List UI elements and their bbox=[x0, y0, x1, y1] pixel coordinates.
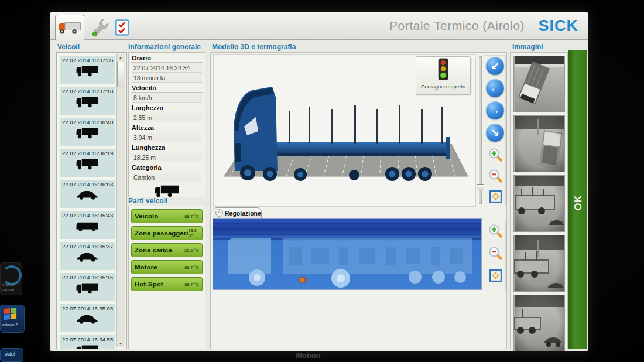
thermal-image[interactable] bbox=[213, 218, 482, 290]
zoom-out-icon[interactable] bbox=[488, 168, 503, 183]
vehicle-photo-thumbnail[interactable] bbox=[513, 235, 565, 292]
car-icon bbox=[76, 251, 99, 263]
field-value: 2.55 m bbox=[132, 113, 202, 122]
windows-flag-icon bbox=[4, 308, 17, 320]
thermal-zoom-out-icon[interactable] bbox=[488, 245, 503, 261]
status-badge: OK bbox=[573, 195, 584, 210]
part-temperature: 88.7 °C bbox=[184, 265, 199, 270]
fit-view-icon[interactable] bbox=[488, 189, 503, 204]
slider-knob[interactable] bbox=[477, 184, 484, 190]
tab-vehicles[interactable] bbox=[55, 15, 84, 40]
timestamp: 22.07.2014 16:36:19 bbox=[62, 150, 112, 156]
field-value: 8 km/h bbox=[132, 93, 202, 103]
toolbar: Portale Termico (Airolo) SICK bbox=[50, 12, 588, 40]
camera-photo bbox=[514, 56, 564, 112]
modello-heading: Modello 3D e termografia bbox=[212, 43, 296, 51]
scroll-up-icon[interactable]: ▲ bbox=[117, 56, 125, 59]
part-button-zona-carica[interactable]: Zona carica 26.6 °C bbox=[131, 243, 203, 257]
field-label: Categoria bbox=[131, 163, 203, 172]
part-label: Zona carica bbox=[135, 247, 172, 254]
field-label: Velocità bbox=[131, 84, 203, 93]
part-button-motore[interactable]: Motore 88.7 °C bbox=[131, 260, 203, 274]
field-value: 18.25 m bbox=[132, 153, 202, 162]
arrow-down-left-icon: ↙ bbox=[491, 60, 499, 72]
intel-sticker-text: intel bbox=[5, 351, 15, 357]
3d-zoom-slider[interactable] bbox=[477, 56, 482, 203]
traffic-light-icon bbox=[436, 58, 451, 83]
contagocce-label: Contagocce aperto bbox=[416, 84, 470, 90]
camera-photo bbox=[514, 176, 564, 231]
arrow-down-right-icon: ↘ bbox=[491, 127, 499, 139]
part-label: Zona passaggeri bbox=[135, 230, 188, 237]
list-item[interactable]: 22.07.2014 16:37:18 bbox=[60, 87, 115, 115]
car-icon bbox=[76, 313, 99, 325]
vehicle-photo-thumbnail[interactable] bbox=[513, 115, 565, 172]
tab-settings[interactable] bbox=[87, 16, 110, 39]
timestamp: 22.07.2014 16:35:16 bbox=[62, 274, 112, 281]
tab-checklist[interactable] bbox=[112, 16, 133, 39]
field-value: 22.07.2014 16:24:34 bbox=[132, 63, 202, 73]
scrollbar-thumb[interactable] bbox=[117, 62, 124, 87]
camera-photo bbox=[514, 235, 564, 291]
part-button-hotspot[interactable]: Hot-Spot 88.7 °C bbox=[131, 277, 203, 291]
part-temperature: 88.7 °C bbox=[184, 214, 199, 219]
vehicle-photo-thumbnail[interactable] bbox=[513, 56, 565, 112]
slider-track bbox=[479, 56, 482, 204]
wacom-sticker-text2: uacom bbox=[2, 288, 14, 292]
truck-icon bbox=[76, 282, 99, 294]
sick-logo: SICK bbox=[538, 17, 578, 35]
vehicle-photo-thumbnail[interactable] bbox=[513, 175, 565, 232]
list-item[interactable]: 22.07.2014 16:35:37 bbox=[60, 242, 115, 270]
thermal-truck-view bbox=[213, 219, 481, 289]
veicoli-heading: Veicoli bbox=[57, 43, 80, 51]
part-button-zona-passaggeri[interactable]: Zona passaggeri 33.0 °C bbox=[131, 226, 203, 240]
list-item[interactable]: 22.07.2014 16:37:36 bbox=[60, 56, 115, 84]
timestamp: 22.07.2014 16:36:40 bbox=[62, 119, 112, 125]
timestamp: 22.07.2014 16:37:36 bbox=[62, 57, 112, 63]
hotspot-marker bbox=[300, 278, 305, 282]
parti-heading: Parti veicoli bbox=[128, 197, 167, 205]
car-icon bbox=[76, 189, 99, 201]
rotate-down-left-button[interactable]: ↙ bbox=[486, 57, 504, 75]
list-item[interactable]: 22.07.2014 16:34:55 bbox=[60, 335, 115, 349]
list-item[interactable]: 22.07.2014 16:35:03 bbox=[60, 304, 115, 332]
part-button-veicolo[interactable]: Veicolo 88.7 °C bbox=[131, 209, 203, 223]
vehicle-photo-thumbnail[interactable] bbox=[513, 295, 565, 351]
regolazione-expander[interactable]: ^ Regolazione bbox=[213, 207, 262, 218]
thermal-zoom-in-icon[interactable] bbox=[488, 223, 503, 238]
part-temperature: 26.6 °C bbox=[184, 248, 199, 253]
list-item[interactable]: 22.07.2014 16:36:19 bbox=[60, 149, 115, 177]
van-icon bbox=[76, 220, 99, 232]
list-item[interactable]: 22.07.2014 16:35:43 bbox=[60, 211, 115, 239]
parti-panel: Veicolo 88.7 °C Zona passaggeri 33.0 °C … bbox=[128, 206, 205, 349]
field-label: Larghezza bbox=[131, 104, 203, 112]
part-label: Veicolo bbox=[135, 213, 158, 220]
rotate-down-right-button[interactable]: ↘ bbox=[486, 124, 504, 142]
arrow-left-icon: ← bbox=[490, 83, 500, 94]
scroll-down-icon[interactable]: ▼ bbox=[117, 342, 125, 346]
part-label: Motore bbox=[135, 264, 157, 271]
checklist-icon bbox=[114, 19, 131, 36]
field-value: Camion bbox=[132, 173, 202, 182]
list-item[interactable]: 22.07.2014 16:35:16 bbox=[60, 273, 115, 301]
regolazione-label: Regolazione bbox=[225, 210, 261, 217]
list-item[interactable]: 22.07.2014 16:36:03 bbox=[60, 180, 115, 208]
timestamp: 22.07.2014 16:36:03 bbox=[62, 181, 112, 187]
modello-panel: Contagocce aperto ↙ ← → ↘ bbox=[210, 52, 507, 349]
field-label: Altezza bbox=[131, 124, 203, 132]
truck-icon bbox=[76, 127, 99, 139]
timestamp: 22.07.2014 16:35:37 bbox=[62, 243, 112, 250]
camera-photo bbox=[514, 295, 564, 351]
pan-right-button[interactable]: → bbox=[486, 101, 504, 119]
list-item[interactable]: 22.07.2014 16:36:40 bbox=[60, 118, 115, 146]
orange-truck-icon bbox=[57, 21, 82, 35]
contagocce-button[interactable]: Contagocce aperto bbox=[416, 56, 471, 95]
vehicle-list-scrollbar[interactable]: ▲ ▼ bbox=[116, 54, 125, 347]
pan-left-button[interactable]: ← bbox=[486, 79, 504, 97]
zoom-in-icon[interactable] bbox=[488, 147, 503, 162]
status-bar-ok: OK bbox=[568, 50, 587, 349]
wacom-sticker: enabled uacom bbox=[0, 262, 22, 295]
field-label: Lunghezza bbox=[131, 144, 203, 152]
thermal-fit-view-icon[interactable] bbox=[488, 268, 503, 283]
part-temperature: 88.7 °C bbox=[184, 282, 199, 287]
